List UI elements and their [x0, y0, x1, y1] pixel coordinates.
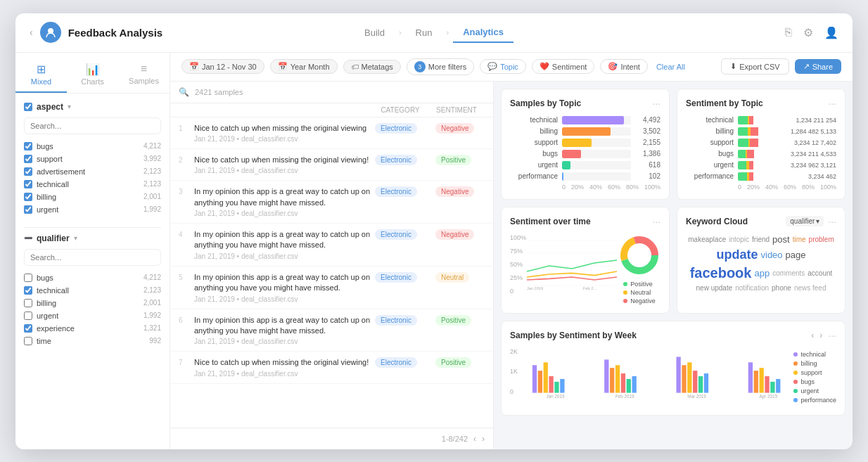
metatags-chip[interactable]: 🏷 Metatags: [343, 60, 401, 74]
svg-rect-11: [532, 365, 537, 392]
sentiment-chip[interactable]: ❤️ Sentiment: [532, 59, 595, 74]
sent-bar-row: bugs 3,234 211 4,533: [686, 150, 836, 158]
settings-icon[interactable]: ⚙: [803, 26, 813, 39]
aspect-search[interactable]: [24, 117, 161, 134]
topic-icon: 💬: [487, 62, 497, 71]
date-range-chip[interactable]: 📅 Jan 12 - Nov 30: [181, 59, 264, 74]
table-footer: 1-8/242 ‹ ›: [170, 428, 493, 449]
table-row[interactable]: 4 In my opinion this app is a great way …: [170, 224, 493, 267]
col-category-header: CATEGORY: [372, 106, 428, 114]
week-next-button[interactable]: ›: [819, 331, 822, 340]
qualifier-items: bugs 4,212 technicall 2,123 billing 2,00…: [24, 271, 161, 347]
sentiment-over-time-more[interactable]: ···: [652, 216, 660, 227]
qualifier-search[interactable]: [24, 249, 161, 266]
tab-mixed[interactable]: ⊞ Mixed: [15, 58, 67, 93]
qualifier-cb-urgent[interactable]: [24, 312, 32, 320]
sentiment-by-topic-more[interactable]: ···: [828, 98, 836, 109]
kw-intopic: intopic: [729, 236, 749, 243]
copy-icon[interactable]: ⎘: [785, 26, 792, 39]
svg-rect-24: [682, 365, 686, 392]
share-button[interactable]: ↗ Share: [795, 59, 841, 74]
prev-page-button[interactable]: ‹: [473, 434, 476, 444]
more-filters-chip[interactable]: 3 More filters: [407, 58, 474, 75]
kw-facebook: facebook: [690, 265, 752, 281]
aspect-cb-support[interactable]: [24, 155, 32, 163]
topic-chip[interactable]: 💬 Topic: [480, 59, 526, 74]
svg-rect-32: [765, 376, 769, 393]
row-content: Nice to catch up when missing the origin…: [194, 155, 371, 174]
nav-build[interactable]: Build: [355, 23, 395, 42]
aspect-group-header[interactable]: aspect ▾: [24, 102, 161, 112]
aspect-cb-advertisement[interactable]: [24, 167, 32, 176]
row-content: In my opinion this app is a great way to…: [194, 229, 371, 260]
export-csv-button[interactable]: ⬇ Export CSV: [721, 58, 789, 75]
intent-chip[interactable]: 🎯 Intent: [600, 59, 648, 74]
row-sentiment: Neutral: [435, 272, 485, 283]
table-row[interactable]: 6 In my opinion this app is a great way …: [170, 309, 493, 352]
svg-rect-12: [538, 371, 542, 392]
back-button[interactable]: ‹: [30, 27, 33, 38]
user-icon[interactable]: 👤: [824, 26, 838, 39]
sent-bar-row: technical 1,234 211 254: [686, 116, 836, 124]
qualifier-group-header[interactable]: ➖ qualifier ▾: [24, 233, 161, 243]
table-row[interactable]: 5 In my opinion this app is a great way …: [170, 267, 493, 309]
aspect-cb-technicall[interactable]: [24, 180, 32, 188]
aspect-cb-bugs[interactable]: [24, 142, 32, 150]
sentiment-tag: Positive: [435, 155, 471, 165]
row-sentiment: Negative: [435, 186, 485, 197]
qualifier-filter-group: ➖ qualifier ▾ bugs 4,212 technicall 2,12…: [24, 233, 161, 347]
sentiment-over-time-card: Sentiment over time ··· 100% 75% 50% 25%: [501, 207, 670, 314]
samples-by-topic-more[interactable]: ···: [652, 98, 660, 109]
row-meta: Jan 21, 2019 • deal_classifier.csv: [194, 370, 371, 378]
row-text: Nice to catch up when missing the origin…: [194, 123, 371, 134]
keyword-cloud-card: Keyword Cloud qualifier ▾ ··· makeaplace: [677, 207, 845, 314]
aspect-checkbox[interactable]: [24, 103, 32, 111]
qualifier-cb-time[interactable]: [24, 337, 32, 345]
sidebar-tabs: ⊞ Mixed 📊 Charts ≡ Samples: [15, 53, 170, 94]
aspect-cb-billing[interactable]: [24, 193, 32, 201]
next-page-button[interactable]: ›: [482, 434, 485, 444]
svg-rect-13: [544, 362, 548, 392]
table-search-icon[interactable]: 🔍: [179, 87, 189, 97]
nav-analytics[interactable]: Analytics: [453, 23, 513, 43]
qualifier-cb-technicall[interactable]: [24, 286, 32, 295]
pagination-info: 1-8/242: [442, 435, 468, 443]
table-row[interactable]: 3 In my opinion this app is a great way …: [170, 181, 493, 224]
donut-legend: Positive Neutral Negative: [623, 281, 656, 304]
tab-samples[interactable]: ≡ Samples: [118, 58, 170, 93]
week-header-right: ‹ › ···: [811, 330, 836, 341]
week-prev-button[interactable]: ‹: [811, 331, 814, 340]
row-text: In my opinion this app is a great way to…: [194, 186, 371, 208]
qualifier-cb-bugs[interactable]: [24, 274, 32, 282]
main-layout: ⊞ Mixed 📊 Charts ≡ Samples aspect: [15, 53, 853, 449]
qualifier-cb-billing[interactable]: [24, 299, 32, 307]
kw-account: account: [808, 269, 832, 277]
keyword-cloud-header-right: qualifier ▾ ···: [786, 216, 836, 227]
samples-by-topic-card: Samples by Topic ··· technical 4,492 bil…: [501, 89, 670, 200]
table-row[interactable]: 1 Nice to catch up when missing the orig…: [170, 117, 493, 149]
sentiment-tag: Negative: [435, 123, 474, 134]
sentiment-tag: Negative: [435, 229, 474, 240]
row-sentiment: Negative: [435, 229, 485, 240]
sentiment-topic-axis: 0 20% 40% 60% 80% 100%: [686, 184, 836, 191]
keyword-cloud-more[interactable]: ···: [828, 216, 836, 227]
qualifier-cb-experience[interactable]: [24, 324, 32, 333]
period-chip[interactable]: 📅 Year Month: [270, 59, 338, 74]
line-chart-area: 100% 75% 50% 25% 0: [510, 234, 611, 304]
samples-by-topic-header: Samples by Topic ···: [510, 98, 660, 109]
qualifier-dropdown[interactable]: qualifier ▾: [786, 216, 824, 226]
content-area: 📅 Jan 12 - Nov 30 📅 Year Month 🏷 Metatag…: [170, 53, 853, 449]
table-row[interactable]: 2 Nice to catch up when missing the orig…: [170, 149, 493, 181]
nav-run[interactable]: Run: [406, 23, 442, 42]
row-category: Electronic: [375, 229, 431, 240]
category-tag: Electronic: [375, 315, 417, 326]
aspect-cb-urgent[interactable]: [24, 205, 32, 214]
table-rows: 1 Nice to catch up when missing the orig…: [170, 117, 493, 428]
category-tag: Electronic: [375, 155, 417, 165]
tab-charts[interactable]: 📊 Charts: [67, 58, 118, 93]
clear-all-button[interactable]: Clear All: [656, 63, 685, 71]
week-more[interactable]: ···: [828, 330, 836, 341]
svg-text:Mar 2019: Mar 2019: [687, 393, 706, 398]
title-bar-left: ‹ Feedback Analysis: [30, 22, 299, 43]
table-row[interactable]: 7 Nice to catch up when missing the orig…: [170, 352, 493, 383]
